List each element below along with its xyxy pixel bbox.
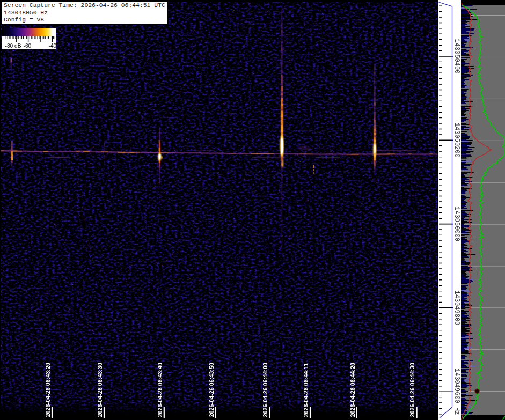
svg-text:2026-04-26 06:44:20: 2026-04-26 06:44:20 [349, 363, 356, 417]
svg-text:2026-04-26 06:43:20: 2026-04-26 06:43:20 [45, 363, 51, 417]
svg-text:143050200: 143050200 [453, 123, 460, 158]
svg-text:2026-04-26 06:44:30: 2026-04-26 06:44:30 [409, 363, 415, 417]
svg-text:2026-04-26 06:43:50: 2026-04-26 06:43:50 [208, 363, 215, 417]
svg-text:2026-04-26 06:44:11: 2026-04-26 06:44:11 [303, 363, 309, 417]
svg-text:143050400: 143050400 [453, 39, 460, 74]
svg-text:143050000: 143050000 [453, 207, 460, 241]
svg-text:2026-04-26 06:43:30: 2026-04-26 06:43:30 [97, 363, 103, 417]
svg-text:143049800: 143049800 [453, 290, 460, 325]
svg-text:143049600 Hz: 143049600 Hz [453, 369, 460, 415]
svg-text:2026-04-26 06:43:40: 2026-04-26 06:43:40 [157, 363, 163, 417]
svg-text:2026-04-26 06:44:00: 2026-04-26 06:44:00 [262, 363, 268, 417]
